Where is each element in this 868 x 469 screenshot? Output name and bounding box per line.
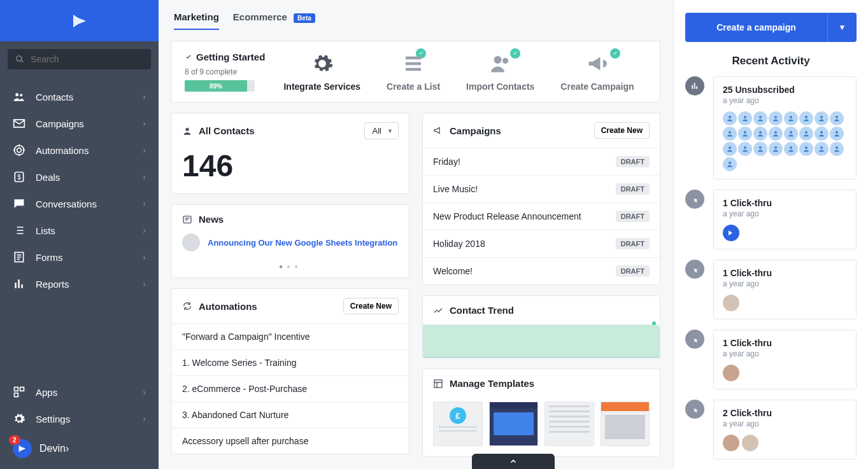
avatar bbox=[784, 142, 798, 156]
avatar bbox=[723, 365, 739, 381]
svg-point-33 bbox=[759, 146, 762, 149]
template-thumbnail[interactable] bbox=[601, 402, 650, 446]
panel-title: Automations bbox=[199, 301, 257, 312]
avatar bbox=[830, 127, 844, 141]
nav-label: Forms bbox=[36, 252, 143, 263]
chevron-right-icon: › bbox=[143, 118, 146, 129]
template-thumbnail[interactable]: £ bbox=[433, 402, 483, 446]
avatar bbox=[815, 111, 829, 125]
nav-reports[interactable]: Reports › bbox=[0, 270, 159, 297]
avatar bbox=[723, 142, 737, 156]
svg-point-38 bbox=[836, 146, 838, 149]
refresh-icon bbox=[182, 301, 192, 311]
list-item[interactable]: Welcome!DRAFT bbox=[423, 257, 660, 284]
list-item[interactable]: New Product Release AnnouncementDRAFT bbox=[423, 202, 660, 230]
nav-conversations[interactable]: Conversations › bbox=[0, 190, 159, 217]
search-input[interactable] bbox=[8, 49, 151, 69]
nav-settings[interactable]: Settings › bbox=[0, 405, 159, 432]
search-field[interactable] bbox=[31, 54, 143, 64]
trend-icon bbox=[433, 305, 443, 316]
avatar-list bbox=[723, 111, 847, 171]
step-label: Integrate Services bbox=[283, 81, 360, 92]
apps-icon bbox=[13, 386, 25, 398]
contact-trend-panel: Contact Trend bbox=[422, 295, 660, 358]
list-item[interactable]: Holiday 2018DRAFT bbox=[423, 230, 660, 257]
nav-deals[interactable]: $ Deals › bbox=[0, 164, 159, 190]
news-link[interactable]: Announcing Our New Google Sheets Integra… bbox=[208, 238, 397, 248]
click-icon bbox=[685, 260, 704, 279]
panel-title: Manage Templates bbox=[450, 378, 534, 389]
form-icon bbox=[13, 251, 25, 263]
person-icon bbox=[182, 126, 192, 136]
gear-icon bbox=[311, 52, 334, 75]
chevron-right-icon: › bbox=[143, 252, 146, 262]
tab-marketing[interactable]: Marketing bbox=[174, 11, 219, 30]
people-icon bbox=[489, 52, 512, 75]
panel-title: Contact Trend bbox=[450, 305, 514, 316]
svg-point-12 bbox=[185, 127, 189, 130]
activity-timeline: 25 Unsubscribed a year ago 1 Click-thru … bbox=[685, 76, 857, 469]
avatar bbox=[723, 225, 739, 241]
create-campaign-button[interactable]: Create a campaign bbox=[685, 13, 827, 42]
step-import-contacts[interactable]: Import Contacts bbox=[466, 52, 534, 92]
step-create-list[interactable]: Create a List bbox=[387, 52, 440, 92]
avatar bbox=[769, 127, 783, 141]
create-campaign-button[interactable]: Create New bbox=[594, 122, 650, 139]
campaigns-panel: Campaigns Create New Friday!DRAFT Live M… bbox=[422, 113, 660, 285]
chevron-right-icon: › bbox=[143, 172, 146, 182]
list-item[interactable]: 2. eCommerce - Post-Purchase bbox=[172, 375, 409, 402]
nav-campaigns[interactable]: Campaigns › bbox=[0, 110, 159, 137]
list-item[interactable]: "Forward a Campaign" Incentive bbox=[172, 323, 409, 349]
beta-badge: Beta bbox=[294, 13, 315, 23]
news-panel: News Announcing Our New Google Sheets In… bbox=[171, 204, 409, 278]
status-badge: DRAFT bbox=[616, 183, 650, 195]
svg-rect-8 bbox=[20, 388, 24, 391]
activity-time: a year ago bbox=[723, 419, 847, 428]
avatar bbox=[784, 127, 798, 141]
step-integrate-services[interactable]: Integrate Services bbox=[283, 52, 360, 92]
user-menu[interactable]: 2 Devin › bbox=[0, 432, 159, 465]
logo[interactable] bbox=[0, 0, 159, 41]
lines-icon bbox=[402, 52, 425, 75]
avatar bbox=[742, 435, 758, 451]
nav-automations[interactable]: Automations › bbox=[0, 137, 159, 164]
svg-text:$: $ bbox=[17, 174, 21, 181]
avatar bbox=[738, 127, 752, 141]
list-item[interactable]: Accessory upsell after purchase bbox=[172, 428, 409, 454]
activity-item: 25 Unsubscribed a year ago bbox=[685, 76, 857, 179]
list-item[interactable]: Live Music!DRAFT bbox=[423, 175, 660, 202]
contacts-filter[interactable]: All bbox=[364, 122, 399, 139]
create-campaign-dropdown[interactable]: ▼ bbox=[827, 13, 857, 42]
avatar bbox=[723, 295, 739, 311]
activity-title: 1 Click-thru bbox=[723, 198, 847, 208]
nav-contacts[interactable]: Contacts › bbox=[0, 83, 159, 110]
nav-lists[interactable]: Lists › bbox=[0, 217, 159, 244]
status-badge: DRAFT bbox=[616, 156, 650, 167]
logo-icon bbox=[70, 11, 89, 31]
chat-icon bbox=[13, 197, 25, 210]
list-item[interactable]: 3. Abandoned Cart Nurture bbox=[172, 402, 409, 428]
step-create-campaign[interactable]: Create Campaign bbox=[560, 52, 634, 92]
svg-point-29 bbox=[820, 131, 823, 134]
check-icon bbox=[610, 48, 620, 59]
template-thumbnail[interactable] bbox=[544, 402, 594, 446]
svg-point-34 bbox=[774, 146, 777, 149]
list-item[interactable]: Friday!DRAFT bbox=[423, 148, 660, 175]
svg-point-11 bbox=[502, 58, 508, 64]
carousel-dots[interactable]: ●●● bbox=[172, 263, 409, 277]
tab-ecommerce[interactable]: Ecommerce Beta bbox=[233, 11, 315, 30]
nav-label: Reports bbox=[36, 279, 143, 290]
drawer-toggle[interactable] bbox=[472, 454, 555, 469]
activity-title: 1 Click-thru bbox=[723, 338, 847, 348]
activity-title: 2 Click-thru bbox=[723, 408, 847, 418]
create-automation-button[interactable]: Create New bbox=[343, 298, 399, 314]
template-thumbnail[interactable] bbox=[489, 402, 539, 446]
nav-forms[interactable]: Forms › bbox=[0, 244, 159, 270]
svg-point-32 bbox=[744, 146, 746, 149]
nav-apps[interactable]: Apps › bbox=[0, 379, 159, 405]
avatar bbox=[815, 127, 829, 141]
svg-point-22 bbox=[836, 116, 838, 118]
avatar bbox=[753, 111, 767, 125]
unsubscribe-icon bbox=[685, 76, 704, 95]
list-item[interactable]: 1. Welcome Series - Training bbox=[172, 349, 409, 375]
